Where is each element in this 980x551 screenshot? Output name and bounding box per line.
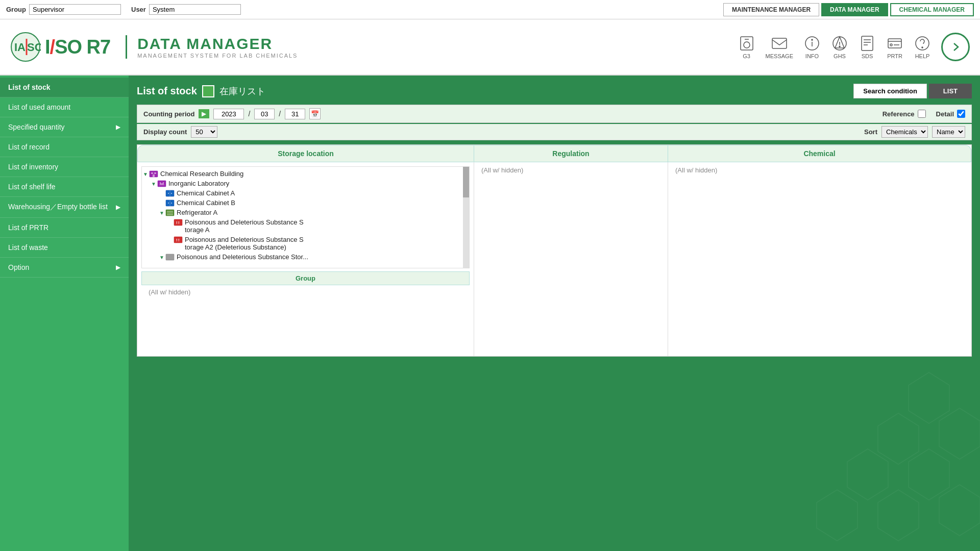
svg-text:!: ! <box>178 220 180 225</box>
year-input[interactable] <box>213 109 244 119</box>
maintenance-manager-button[interactable]: MAINTENANCE MANAGER <box>723 3 819 16</box>
detail-checkbox[interactable] <box>957 110 965 118</box>
svg-rect-13 <box>862 36 873 51</box>
date-sep-1: / <box>248 110 250 118</box>
data-manager-button[interactable]: DATA MANAGER <box>821 3 888 16</box>
message-label: MESSAGE <box>766 53 793 59</box>
filter-bar: Counting period ▶ / / 📅 Reference Detail <box>137 105 972 123</box>
building-icon <box>149 170 158 178</box>
prtr-label: PRTR <box>887 53 902 59</box>
cabinet-a-toggle <box>158 190 165 197</box>
month-input[interactable] <box>254 109 275 119</box>
main-layout: List of stock List of used amount Specif… <box>0 76 980 551</box>
tree-node-lab[interactable]: ▼ Inorganic Laboratory <box>142 179 462 188</box>
reference-checkbox[interactable] <box>918 110 926 118</box>
group-body: (All w/ hidden) <box>141 285 470 326</box>
tree-node-poison-a2[interactable]: ! ! Poisonous and Deleterious Substance … <box>142 235 462 252</box>
title-icon <box>202 85 214 97</box>
sidebar-item-list-of-record[interactable]: List of record <box>0 137 129 157</box>
panel-column-headers: Storage location Regulation Chemical <box>137 145 971 162</box>
sidebar-item-list-of-shelf-life[interactable]: List of shelf life <box>0 177 129 197</box>
fridge-a-icon <box>165 209 175 216</box>
svg-point-36 <box>168 203 169 204</box>
all-hidden-chemical: (All w/ hidden) <box>672 163 720 177</box>
help-icon-item[interactable]: HELP <box>914 35 931 59</box>
all-hidden-regulation: (All w/ hidden) <box>478 163 526 177</box>
tree-node-building[interactable]: ▼ Chemical Research Building <box>142 169 462 179</box>
counting-period-label: Counting period <box>143 110 194 118</box>
sidebar-item-list-of-stock[interactable]: List of stock <box>0 78 129 97</box>
ghs-label: GHS <box>834 53 846 59</box>
tree-node-cabinet-b[interactable]: Chemical Cabinet B <box>142 198 462 208</box>
message-icon-item[interactable]: MESSAGE <box>766 35 793 59</box>
reference-label: Reference <box>883 110 915 118</box>
poison-a2-label: Poisonous and Deleterious Substance Stor… <box>185 236 304 251</box>
sort-label: Sort <box>864 128 877 136</box>
sort-select-2[interactable]: Name CAS ID <box>932 126 965 138</box>
svg-rect-39 <box>167 211 173 213</box>
ghs-icon-item[interactable]: GHS <box>831 35 848 59</box>
app-subtitle: MANAGEMENT SYSTEM FOR LAB CHEMICALS <box>137 53 298 59</box>
scrollbar-thumb[interactable] <box>463 167 469 197</box>
content-area: List of stock 在庫リスト Search condition LIS… <box>129 76 980 551</box>
sidebar-item-list-of-prtr[interactable]: List of PRTR <box>0 218 129 238</box>
display-count-select[interactable]: 50 10 25 100 <box>191 126 217 138</box>
page-header-buttons: Search condition LIST <box>853 84 972 98</box>
g3-icon-item[interactable]: G3 <box>738 35 755 59</box>
tree-node-poison-a3[interactable]: ▼ Poisonous and Deleterious Substance St… <box>142 252 462 262</box>
lab-toggle-icon: ▼ <box>150 180 157 187</box>
svg-point-12 <box>839 46 840 47</box>
group-field-area: Group <box>6 4 121 15</box>
user-input[interactable] <box>149 4 241 15</box>
sds-icon <box>859 35 876 52</box>
tree-scroll-container[interactable]: ▼ Chemical Research Building <box>141 166 470 268</box>
poison-a3-icon <box>165 254 175 261</box>
top-bar: Group User MAINTENANCE MANAGER DATA MANA… <box>0 0 980 19</box>
prtr-icon-item[interactable]: PRTR <box>886 35 903 59</box>
user-field-area: User <box>131 4 241 15</box>
info-label: INFO <box>805 53 819 59</box>
sidebar-item-list-of-used-amount[interactable]: List of used amount <box>0 97 129 117</box>
sidebar-item-list-of-inventory[interactable]: List of inventory <box>0 157 129 177</box>
poison-a-icon: ! ! <box>174 219 183 226</box>
cabinet-b-label: Chemical Cabinet B <box>177 199 235 207</box>
logo-slash: / <box>50 36 55 58</box>
chemical-column: (All w/ hidden) <box>668 162 971 356</box>
sort-select-1[interactable]: Chemicals Location Group <box>881 126 928 138</box>
sidebar-item-option[interactable]: Option ▶ <box>0 258 129 278</box>
nav-arrow-icon <box>948 39 963 55</box>
svg-text:!: ! <box>178 238 180 242</box>
sidebar-item-specified-quantity[interactable]: Specified quantity ▶ <box>0 117 129 137</box>
specified-quantity-arrow-icon: ▶ <box>116 123 120 131</box>
tree-node-poison-a[interactable]: ! ! Poisonous and Deleterious Substance … <box>142 217 462 235</box>
search-condition-button[interactable]: Search condition <box>853 84 926 98</box>
sidebar-item-warehousing[interactable]: Warehousing／Empty bottle list ▶ <box>0 197 129 218</box>
tree-node-fridge-a[interactable]: ▼ Refrigerator A <box>142 208 462 217</box>
sds-icon-item[interactable]: SDS <box>859 35 876 59</box>
svg-text:!: ! <box>176 238 178 242</box>
header-icons: G3 MESSAGE INFO <box>738 33 970 61</box>
calendar-icon[interactable]: 📅 <box>309 108 321 119</box>
reference-area: Reference <box>883 110 926 118</box>
group-input[interactable] <box>29 4 121 15</box>
list-button[interactable]: LIST <box>929 84 972 98</box>
panel-body: ▼ Chemical Research Building <box>137 162 971 356</box>
tree-node-cabinet-a[interactable]: Chemical Cabinet A <box>142 188 462 198</box>
day-input[interactable] <box>285 109 305 119</box>
svg-point-32 <box>168 193 169 194</box>
fridge-a-label: Refrigerator A <box>177 209 217 216</box>
sort-area: Sort Chemicals Location Group Name CAS I… <box>864 126 965 138</box>
cabinet-b-icon <box>165 199 175 207</box>
sidebar-item-list-of-waste[interactable]: List of waste <box>0 238 129 258</box>
period-arrow-button[interactable]: ▶ <box>199 109 209 118</box>
group-section: Group (All w/ hidden) <box>141 271 470 326</box>
info-icon-item[interactable]: INFO <box>803 35 821 59</box>
chemical-manager-button[interactable]: CHEMICAL MANAGER <box>890 3 974 16</box>
counting-period-row: Counting period ▶ / / 📅 <box>143 108 321 119</box>
nav-circle-button[interactable] <box>941 33 970 61</box>
poison-a2-icon: ! ! <box>174 236 183 243</box>
group-label: Group <box>6 6 26 13</box>
scrollbar-track <box>463 167 469 268</box>
svg-point-9 <box>812 39 813 40</box>
page-title-jp: 在庫リスト <box>219 85 265 97</box>
